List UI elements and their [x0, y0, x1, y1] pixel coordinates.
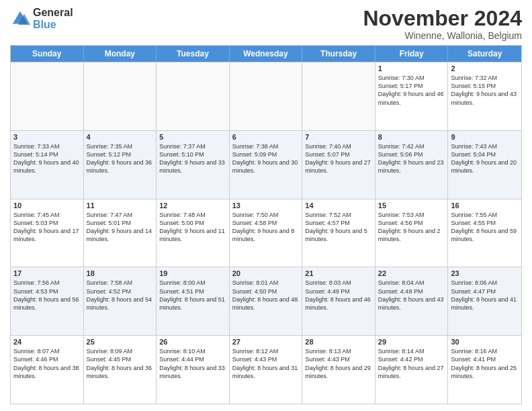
- day-number: 27: [232, 338, 300, 346]
- day-number: 9: [451, 133, 519, 141]
- logo-general-text: General: [33, 7, 73, 19]
- day-info: Sunrise: 7:37 AM Sunset: 5:10 PM Dayligh…: [159, 142, 226, 175]
- calendar-week: 3Sunrise: 7:33 AM Sunset: 5:14 PM Daylig…: [11, 130, 521, 199]
- calendar-cell: 28Sunrise: 8:13 AM Sunset: 4:43 PM Dayli…: [302, 336, 375, 404]
- day-info: Sunrise: 7:40 AM Sunset: 5:07 PM Dayligh…: [305, 142, 372, 175]
- calendar-cell: 7Sunrise: 7:40 AM Sunset: 5:07 PM Daylig…: [302, 131, 375, 199]
- calendar-cell: [11, 62, 84, 130]
- day-number: 4: [87, 133, 154, 141]
- calendar-cell: 19Sunrise: 8:00 AM Sunset: 4:51 PM Dayli…: [157, 267, 230, 335]
- day-info: Sunrise: 8:06 AM Sunset: 4:47 PM Dayligh…: [451, 279, 519, 312]
- calendar-cell: 2Sunrise: 7:32 AM Sunset: 5:15 PM Daylig…: [448, 62, 521, 130]
- calendar-cell: 14Sunrise: 7:52 AM Sunset: 4:57 PM Dayli…: [302, 199, 375, 267]
- calendar-week: 17Sunrise: 7:56 AM Sunset: 4:53 PM Dayli…: [11, 267, 521, 335]
- calendar-cell: [230, 62, 303, 130]
- day-info: Sunrise: 7:50 AM Sunset: 4:58 PM Dayligh…: [232, 211, 300, 244]
- calendar-cell: 3Sunrise: 7:33 AM Sunset: 5:14 PM Daylig…: [11, 131, 84, 199]
- day-info: Sunrise: 7:42 AM Sunset: 5:06 PM Dayligh…: [378, 142, 445, 175]
- day-info: Sunrise: 7:48 AM Sunset: 5:00 PM Dayligh…: [159, 211, 226, 244]
- day-info: Sunrise: 7:35 AM Sunset: 5:12 PM Dayligh…: [87, 142, 154, 175]
- calendar-cell: 23Sunrise: 8:06 AM Sunset: 4:47 PM Dayli…: [448, 267, 521, 335]
- day-number: 12: [159, 201, 226, 210]
- calendar-header-cell: Thursday: [302, 46, 375, 62]
- day-number: 26: [159, 338, 226, 346]
- day-info: Sunrise: 7:30 AM Sunset: 5:17 PM Dayligh…: [378, 74, 445, 107]
- day-number: 15: [378, 201, 445, 210]
- day-number: 24: [13, 338, 81, 346]
- calendar-week: 24Sunrise: 8:07 AM Sunset: 4:46 PM Dayli…: [11, 335, 521, 404]
- calendar-cell: 27Sunrise: 8:12 AM Sunset: 4:43 PM Dayli…: [230, 336, 303, 404]
- calendar-cell: 11Sunrise: 7:47 AM Sunset: 5:01 PM Dayli…: [84, 199, 157, 267]
- calendar-cell: 30Sunrise: 8:16 AM Sunset: 4:41 PM Dayli…: [448, 336, 521, 404]
- day-number: 25: [87, 338, 154, 346]
- day-number: 14: [305, 201, 372, 210]
- day-info: Sunrise: 8:14 AM Sunset: 4:42 PM Dayligh…: [378, 347, 445, 380]
- calendar-cell: [84, 62, 157, 130]
- day-info: Sunrise: 8:07 AM Sunset: 4:46 PM Dayligh…: [13, 347, 81, 380]
- calendar-header-cell: Wednesday: [230, 46, 303, 62]
- calendar-header-cell: Tuesday: [157, 46, 230, 62]
- calendar-cell: 8Sunrise: 7:42 AM Sunset: 5:06 PM Daylig…: [375, 131, 449, 199]
- day-info: Sunrise: 7:52 AM Sunset: 4:57 PM Dayligh…: [305, 211, 372, 244]
- day-info: Sunrise: 7:33 AM Sunset: 5:14 PM Dayligh…: [13, 142, 81, 175]
- day-number: 6: [232, 133, 300, 141]
- calendar-header-cell: Saturday: [448, 46, 521, 62]
- day-info: Sunrise: 7:58 AM Sunset: 4:52 PM Dayligh…: [87, 279, 154, 312]
- day-info: Sunrise: 7:47 AM Sunset: 5:01 PM Dayligh…: [87, 211, 154, 244]
- calendar-cell: 15Sunrise: 7:53 AM Sunset: 4:56 PM Dayli…: [375, 199, 449, 267]
- logo: General Blue: [10, 7, 73, 30]
- day-number: 21: [305, 269, 372, 277]
- calendar-cell: 24Sunrise: 8:07 AM Sunset: 4:46 PM Dayli…: [11, 336, 84, 404]
- calendar-cell: 29Sunrise: 8:14 AM Sunset: 4:42 PM Dayli…: [375, 336, 449, 404]
- day-number: 13: [232, 201, 300, 210]
- calendar-cell: 10Sunrise: 7:45 AM Sunset: 5:03 PM Dayli…: [11, 199, 84, 267]
- calendar-cell: 17Sunrise: 7:56 AM Sunset: 4:53 PM Dayli…: [11, 267, 84, 335]
- day-number: 18: [87, 269, 154, 277]
- day-number: 8: [378, 133, 445, 141]
- title-block: November 2024 Winenne, Wallonia, Belgium: [363, 7, 522, 41]
- calendar-cell: 6Sunrise: 7:38 AM Sunset: 5:09 PM Daylig…: [230, 131, 303, 199]
- day-number: 11: [87, 201, 154, 210]
- day-info: Sunrise: 7:55 AM Sunset: 4:55 PM Dayligh…: [451, 211, 519, 244]
- day-number: 1: [378, 64, 445, 73]
- day-info: Sunrise: 7:45 AM Sunset: 5:03 PM Dayligh…: [13, 211, 81, 244]
- day-number: 16: [451, 201, 519, 210]
- day-number: 20: [232, 269, 300, 277]
- calendar-cell: 18Sunrise: 7:58 AM Sunset: 4:52 PM Dayli…: [84, 267, 157, 335]
- day-info: Sunrise: 8:03 AM Sunset: 4:49 PM Dayligh…: [305, 279, 372, 312]
- day-number: 22: [378, 269, 445, 277]
- day-info: Sunrise: 7:38 AM Sunset: 5:09 PM Dayligh…: [232, 142, 300, 175]
- day-number: 30: [451, 338, 519, 346]
- day-number: 5: [159, 133, 226, 141]
- day-info: Sunrise: 8:13 AM Sunset: 4:43 PM Dayligh…: [305, 347, 372, 380]
- day-info: Sunrise: 8:01 AM Sunset: 4:50 PM Dayligh…: [232, 279, 300, 312]
- calendar-cell: 12Sunrise: 7:48 AM Sunset: 5:00 PM Dayli…: [157, 199, 230, 267]
- day-info: Sunrise: 7:43 AM Sunset: 5:04 PM Dayligh…: [451, 142, 519, 175]
- day-number: 3: [13, 133, 81, 141]
- calendar-cell: 1Sunrise: 7:30 AM Sunset: 5:17 PM Daylig…: [375, 62, 449, 130]
- calendar-cell: 9Sunrise: 7:43 AM Sunset: 5:04 PM Daylig…: [448, 131, 521, 199]
- calendar-cell: 22Sunrise: 8:04 AM Sunset: 4:48 PM Dayli…: [375, 267, 449, 335]
- page: General Blue November 2024 Winenne, Wall…: [0, 0, 532, 411]
- calendar-header-cell: Monday: [84, 46, 157, 62]
- day-info: Sunrise: 8:10 AM Sunset: 4:44 PM Dayligh…: [159, 347, 226, 380]
- day-number: 2: [451, 64, 519, 73]
- calendar-header-row: SundayMondayTuesdayWednesdayThursdayFrid…: [11, 46, 521, 62]
- day-number: 10: [13, 201, 81, 210]
- location-subtitle: Winenne, Wallonia, Belgium: [363, 30, 522, 41]
- calendar: SundayMondayTuesdayWednesdayThursdayFrid…: [10, 45, 522, 404]
- day-info: Sunrise: 8:12 AM Sunset: 4:43 PM Dayligh…: [232, 347, 300, 380]
- calendar-header-cell: Friday: [375, 46, 449, 62]
- calendar-week: 10Sunrise: 7:45 AM Sunset: 5:03 PM Dayli…: [11, 199, 521, 267]
- calendar-body: 1Sunrise: 7:30 AM Sunset: 5:17 PM Daylig…: [11, 62, 521, 404]
- calendar-cell: [302, 62, 375, 130]
- day-number: 29: [378, 338, 445, 346]
- day-info: Sunrise: 8:09 AM Sunset: 4:45 PM Dayligh…: [87, 347, 154, 380]
- day-info: Sunrise: 8:00 AM Sunset: 4:51 PM Dayligh…: [159, 279, 226, 312]
- day-number: 7: [305, 133, 372, 141]
- calendar-header-cell: Sunday: [11, 46, 84, 62]
- day-number: 17: [13, 269, 81, 277]
- day-info: Sunrise: 7:56 AM Sunset: 4:53 PM Dayligh…: [13, 279, 81, 312]
- day-info: Sunrise: 8:16 AM Sunset: 4:41 PM Dayligh…: [451, 347, 519, 380]
- header: General Blue November 2024 Winenne, Wall…: [10, 7, 522, 41]
